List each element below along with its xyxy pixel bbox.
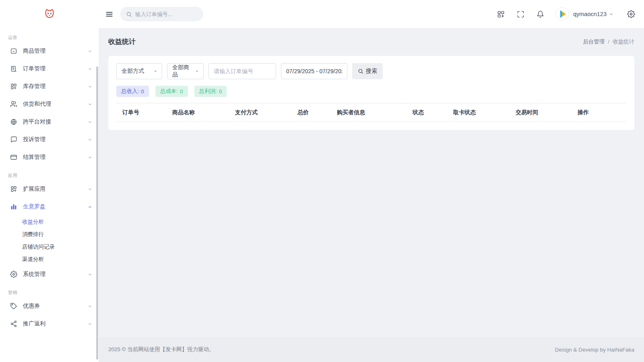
sidebar-subitem-channel-analysis[interactable]: 渠道分析 <box>0 253 99 265</box>
settings-gear-icon[interactable] <box>627 10 635 18</box>
chevron-down-icon <box>88 102 92 107</box>
chevron-down-icon <box>88 84 92 89</box>
sidebar-subitem-label: 渠道分析 <box>22 256 44 263</box>
credit-card-icon <box>10 154 17 161</box>
grid-plus-icon <box>10 185 17 193</box>
username-label: qymaocn123 <box>573 11 607 17</box>
chevron-down-icon <box>88 155 92 160</box>
global-search-input[interactable] <box>135 11 198 17</box>
search-icon <box>126 11 132 17</box>
apps-grid-icon[interactable] <box>497 10 505 18</box>
sidebar-item-business-compass[interactable]: 生意罗盘 <box>0 198 99 216</box>
sidebar-item-products[interactable]: 商品管理 <box>0 42 99 60</box>
sidebar-item-complaints[interactable]: 投诉管理 <box>0 131 99 148</box>
content-spacer <box>99 130 644 337</box>
date-range-input[interactable] <box>281 63 347 79</box>
order-number-input[interactable] <box>208 63 276 79</box>
header-actions: qymaocn123 <box>485 7 644 21</box>
orders-table-header: 订单号 商品名称 支付方式 总价 购买者信息 状态 取卡状态 交易时间 操作 <box>116 103 626 121</box>
sidebar-item-extensions[interactable]: 扩展应用 <box>0 180 99 198</box>
chevron-down-icon <box>609 12 613 16</box>
footer-credit: Design & Develop by HaiNaFaka <box>555 347 634 353</box>
page-head: 收益统计 后台管理 / 收益统计 <box>99 28 644 56</box>
breadcrumb: 后台管理 / 收益统计 <box>583 38 634 45</box>
sidebar-toggle-icon[interactable] <box>105 10 113 18</box>
col-order-number: 订单号 <box>122 109 172 116</box>
sidebar-item-label: 生意罗盘 <box>23 203 88 210</box>
payment-method-select[interactable]: 全部方式 <box>116 63 162 79</box>
sidebar-subitem-store-visits[interactable]: 店铺访问记录 <box>0 241 99 253</box>
product-box-icon <box>10 47 17 55</box>
col-buyer-info: 购买者信息 <box>337 109 413 116</box>
col-status: 状态 <box>413 109 453 116</box>
sidebar-item-label: 订单管理 <box>23 65 88 72</box>
sidebar-item-inventory[interactable]: 库存管理 <box>0 78 99 95</box>
col-total-price: 总价 <box>297 109 337 116</box>
user-menu[interactable]: qymaocn123 <box>555 7 613 21</box>
total-cost-value: 0 <box>180 88 183 95</box>
chevron-down-icon <box>88 138 92 142</box>
footer-copyright: 2025 © 当前网站使用【发卡网】强力驱动。 <box>108 346 214 353</box>
page-footer: 2025 © 当前网站使用【发卡网】强力驱动。 Design & Develop… <box>99 337 644 362</box>
grid-plus-icon <box>10 83 17 90</box>
chevron-down-icon <box>88 49 92 53</box>
chevron-down-icon <box>88 272 92 277</box>
sidebar-subitem-consumption-ranking[interactable]: 消费排行 <box>0 228 99 241</box>
logo-zone <box>0 7 99 21</box>
sidebar-item-settlement[interactable]: 结算管理 <box>0 148 99 166</box>
main-content: 收益统计 后台管理 / 收益统计 全部方式 全部商品 <box>99 28 644 362</box>
payment-method-select-value: 全部方式 <box>122 68 144 75</box>
chat-bubble-icon <box>10 136 17 143</box>
filter-row: 全部方式 全部商品 搜索 <box>116 63 626 79</box>
breadcrumb-root[interactable]: 后台管理 <box>583 38 605 45</box>
sidebar-item-orders[interactable]: 订单管理 <box>0 60 99 78</box>
sidebar-subitem-label: 店铺访问记录 <box>22 243 55 251</box>
chevron-down-icon <box>88 187 92 191</box>
col-transaction-time: 交易时间 <box>516 109 578 116</box>
sidebar-subitem-label: 消费排行 <box>22 231 44 238</box>
section-label-marketing: 营销 <box>0 290 99 296</box>
notifications-bell-icon[interactable] <box>537 10 544 18</box>
fullscreen-icon[interactable] <box>517 10 524 18</box>
revenue-stats-card: 全部方式 全部商品 搜索 总收入: 0 <box>108 56 634 130</box>
chevron-down-icon <box>88 322 92 326</box>
sidebar-subitem-revenue-analysis[interactable]: 收益分析 <box>0 216 99 228</box>
sidebar-scrollbar[interactable] <box>96 66 98 360</box>
chevron-up-icon <box>88 205 92 209</box>
total-revenue-badge: 总收入: 0 <box>116 86 149 97</box>
col-payment-method: 支付方式 <box>235 109 297 116</box>
tag-icon <box>10 302 17 310</box>
sidebar-item-label: 推广返利 <box>23 320 88 327</box>
sidebar-item-cross-platform[interactable]: 跨平台对接 <box>0 113 99 131</box>
sidebar-item-label: 跨平台对接 <box>23 118 88 125</box>
sidebar: 运营 商品管理 订单管理 库存管理 <box>0 28 99 362</box>
total-revenue-value: 0 <box>141 88 144 95</box>
sidebar-item-label: 供货和代理 <box>23 101 88 108</box>
total-revenue-label: 总收入: <box>121 88 139 95</box>
sidebar-item-label: 投诉管理 <box>23 136 88 143</box>
sidebar-item-label: 结算管理 <box>23 154 88 161</box>
section-label-operations: 运营 <box>0 35 99 41</box>
section-label-apps: 应用 <box>0 173 99 179</box>
total-cost-badge: 总成本: 0 <box>155 86 188 97</box>
product-select[interactable]: 全部商品 <box>167 63 204 79</box>
sidebar-item-system[interactable]: 系统管理 <box>0 265 99 283</box>
total-profit-badge: 总利润: 0 <box>194 86 227 97</box>
page-title: 收益统计 <box>108 37 136 46</box>
product-select-value: 全部商品 <box>172 64 191 78</box>
col-card-status: 取卡状态 <box>453 109 516 116</box>
total-profit-value: 0 <box>219 88 222 95</box>
breadcrumb-current: 收益统计 <box>613 38 634 45</box>
chevron-down-icon <box>195 69 199 74</box>
total-profit-label: 总利润: <box>199 88 217 95</box>
share-icon <box>10 320 17 327</box>
sidebar-item-suppliers-agents[interactable]: 供货和代理 <box>0 95 99 113</box>
global-search[interactable] <box>120 7 203 21</box>
cat-logo-icon[interactable] <box>43 7 56 21</box>
stats-badges: 总收入: 0 总成本: 0 总利润: 0 <box>116 86 626 97</box>
sidebar-item-coupons[interactable]: 优惠券 <box>0 297 99 315</box>
chevron-down-icon <box>88 67 92 71</box>
sidebar-item-promotion-rebate[interactable]: 推广返利 <box>0 315 99 333</box>
breadcrumb-separator: / <box>608 39 609 45</box>
search-button[interactable]: 搜索 <box>352 63 383 79</box>
